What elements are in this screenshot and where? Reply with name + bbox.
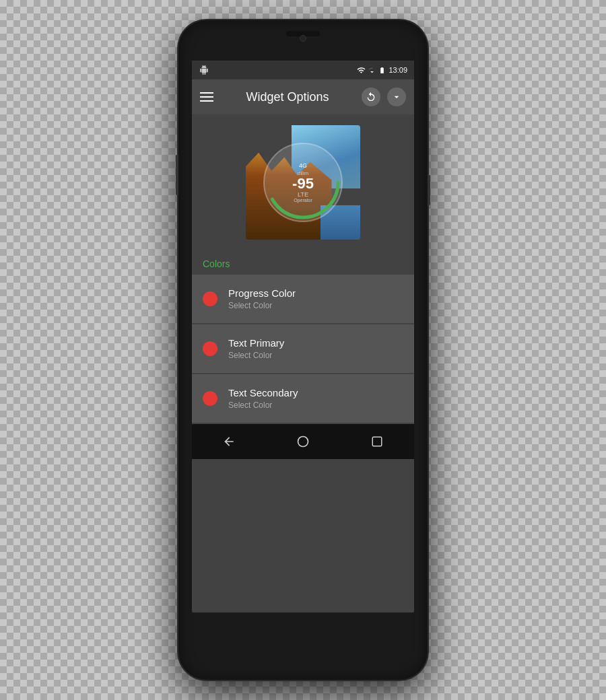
content-area: Colors Progress Color Select Color Text … [192,250,414,423]
text-secondary-color-option[interactable]: Text Secondary Select Color [192,374,414,423]
back-button[interactable] [214,427,244,456]
hamburger-menu-button[interactable] [200,92,213,102]
gauge-operator: Operator [292,198,314,203]
gauge-value: -95 [292,176,314,191]
widget-container: 4G dBm -95 LTE Operator [246,125,360,240]
volume-button[interactable] [176,155,178,195]
text-secondary-color-dot [203,391,217,406]
recents-button[interactable] [362,427,392,456]
text-secondary-color-subtitle: Select Color [228,400,298,410]
text-primary-color-info: Text Primary Select Color [228,337,284,360]
text-primary-color-name: Text Primary [228,337,284,349]
colors-section-header: Colors [192,250,414,275]
progress-color-info: Progress Color Select Color [228,287,296,310]
dropdown-button[interactable] [387,88,406,106]
phone-bottom [178,612,428,660]
svg-point-2 [298,437,308,447]
status-bar: 13:09 [192,61,414,79]
app-title: Widget Options [224,90,351,104]
phone-device: 13:09 Widget Options [178,20,428,680]
widget-preview-area: 4G dBm -95 LTE Operator [192,114,414,250]
progress-color-name: Progress Color [228,287,296,299]
progress-color-subtitle: Select Color [228,301,296,310]
nav-bar [192,424,414,459]
screen: 13:09 Widget Options [192,61,414,612]
text-secondary-color-info: Text Secondary Select Color [228,387,298,410]
progress-color-dot [203,291,217,306]
home-button[interactable] [288,427,318,456]
android-icon [199,65,209,75]
status-left [199,65,209,75]
time-display: 13:09 [389,66,407,74]
reset-button[interactable] [362,88,380,106]
power-button[interactable] [428,175,430,205]
phone-top [178,20,428,61]
gauge-overlay: 4G dBm -95 LTE Operator [259,139,347,226]
status-right: 13:09 [357,66,407,75]
camera [300,35,306,42]
gauge-inner: 4G dBm -95 LTE Operator [292,162,314,203]
gauge-tech: LTE [292,191,314,198]
text-secondary-color-name: Text Secondary [228,387,298,398]
text-primary-color-dot [203,341,217,356]
svg-rect-3 [372,437,382,446]
text-primary-color-option[interactable]: Text Primary Select Color [192,324,414,373]
app-bar: Widget Options [192,79,414,114]
progress-color-option[interactable]: Progress Color Select Color [192,275,414,323]
app-bar-actions [362,88,406,106]
gauge-network-type: 4G [292,162,314,169]
text-primary-color-subtitle: Select Color [228,351,284,360]
